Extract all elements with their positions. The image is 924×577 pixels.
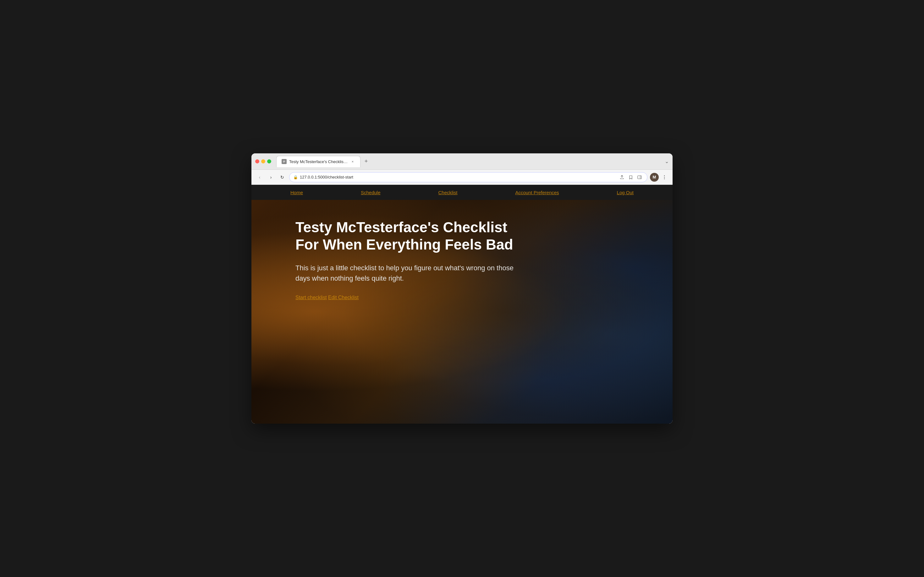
svg-point-4	[664, 178, 665, 179]
address-bar[interactable]: 🔒 127.0.0.1:5000/checklist-start	[289, 172, 647, 182]
nav-logout[interactable]: Log Out	[617, 190, 634, 195]
back-icon: ‹	[259, 175, 261, 180]
nav-checklist[interactable]: Checklist	[439, 190, 458, 195]
window-controls	[255, 160, 271, 163]
more-options-icon[interactable]	[660, 173, 669, 182]
title-bar: Testy McTesterface's Checklis… × + ⌄	[252, 153, 672, 170]
refresh-button[interactable]: ↻	[278, 173, 287, 182]
close-button[interactable]	[255, 160, 259, 163]
active-tab[interactable]: Testy McTesterface's Checklis… ×	[276, 156, 361, 167]
browser-window: Testy McTesterface's Checklis… × + ⌄ ‹ ›…	[252, 153, 672, 424]
nav-extra-actions: M	[650, 173, 669, 182]
hero-section: Testy McTesterface's Checklist For When …	[252, 200, 672, 424]
lock-icon: 🔒	[293, 175, 298, 179]
svg-point-3	[664, 177, 665, 177]
svg-rect-1	[638, 176, 642, 179]
forward-icon: ›	[270, 175, 272, 180]
window-minimize-icon[interactable]: ⌄	[665, 158, 669, 164]
start-checklist-link[interactable]: Start checklist	[295, 295, 327, 300]
hero-description: This is just a little checklist to help …	[295, 263, 515, 284]
address-url: 127.0.0.1:5000/checklist-start	[300, 175, 616, 179]
tab-close-button[interactable]: ×	[350, 159, 355, 164]
bookmark-icon[interactable]	[627, 174, 635, 181]
address-actions	[618, 174, 643, 181]
edit-checklist-link[interactable]: Edit Checklist	[328, 295, 359, 300]
back-button[interactable]: ‹	[255, 173, 264, 182]
tab-favicon	[282, 159, 287, 164]
nav-account-preferences[interactable]: Account Preferences	[515, 190, 559, 195]
refresh-icon: ↻	[281, 175, 284, 180]
sidebar-toggle-icon[interactable]	[636, 174, 643, 181]
forward-button[interactable]: ›	[266, 173, 275, 182]
share-icon[interactable]	[618, 174, 626, 181]
site-nav: Home Schedule Checklist Account Preferen…	[252, 185, 672, 200]
profile-button[interactable]: M	[650, 173, 659, 182]
maximize-button[interactable]	[267, 160, 271, 163]
new-tab-button[interactable]: +	[362, 157, 371, 166]
hero-links: Start checklist Edit Checklist	[295, 295, 515, 300]
tab-bar: Testy McTesterface's Checklis… × + ⌄	[276, 156, 669, 167]
minimize-button[interactable]	[261, 160, 265, 163]
hero-title: Testy McTesterface's Checklist For When …	[295, 219, 515, 253]
nav-home[interactable]: Home	[290, 190, 303, 195]
nav-schedule[interactable]: Schedule	[361, 190, 381, 195]
nav-bar: ‹ › ↻ 🔒 127.0.0.1:5000/checklist-start	[252, 170, 672, 185]
svg-point-2	[664, 175, 665, 176]
hero-content: Testy McTesterface's Checklist For When …	[252, 200, 534, 313]
tab-title: Testy McTesterface's Checklis…	[289, 160, 348, 164]
